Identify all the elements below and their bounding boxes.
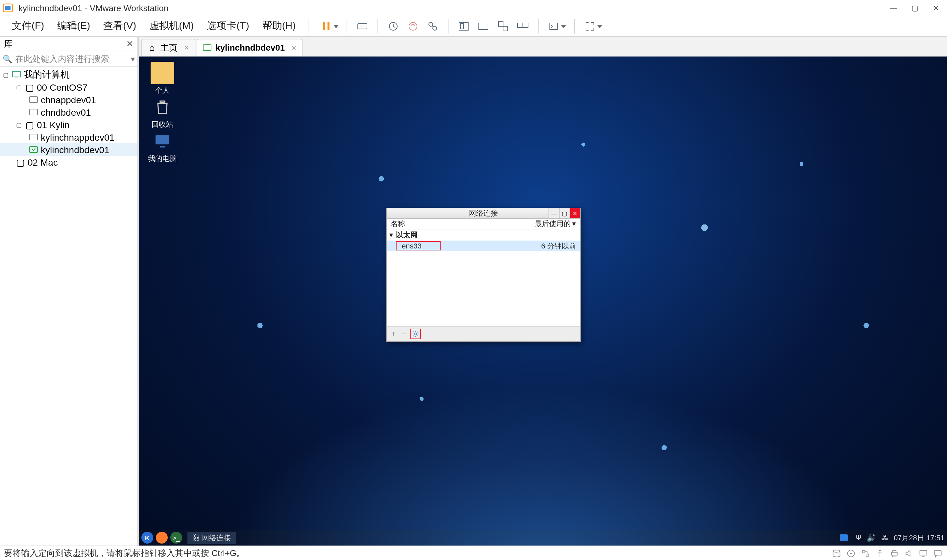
maximize-button[interactable]: ▢ [910, 3, 919, 12]
menu-view[interactable]: 查看(V) [97, 17, 143, 35]
status-messages-icon[interactable] [933, 548, 943, 558]
menu-file[interactable]: 文件(F) [5, 17, 51, 35]
tree-root-label: 我的计算机 [24, 69, 70, 80]
svg-rect-16 [550, 23, 557, 29]
menu-edit[interactable]: 编辑(E) [51, 17, 97, 35]
tree-group-kylin-label: 01 Kylin [37, 119, 70, 130]
svg-rect-4 [357, 23, 366, 29]
dialog-maximize-button[interactable]: ▢ [559, 208, 570, 218]
desktop-icon-personal[interactable]: 个人 [148, 62, 177, 95]
dialog-titlebar[interactable]: 网络连接 — ▢ ✕ [387, 208, 580, 219]
svg-rect-1 [5, 6, 11, 10]
firefox-icon[interactable] [156, 532, 168, 543]
guest-tray: Ψ 🔊 🖧 07月28日 17:51 [855, 533, 944, 543]
show-desktop-button[interactable] [839, 534, 847, 541]
network-icon: ⛓ [193, 533, 200, 541]
separator [308, 19, 308, 33]
svg-rect-19 [29, 96, 37, 102]
quick-switch-button[interactable] [546, 19, 566, 33]
send-ctrl-alt-del-button[interactable] [355, 19, 369, 33]
status-printer-icon[interactable] [889, 548, 900, 558]
unity-button[interactable] [496, 19, 510, 33]
library-search: 🔍 ▾ [0, 51, 137, 67]
guest-desktop[interactable]: 个人 回收站 我的电脑 网络连接 — ▢ ✕ [139, 57, 947, 546]
svg-rect-11 [479, 23, 488, 29]
menu-toolbar-row: 文件(F) 编辑(E) 查看(V) 虚拟机(M) 选项卡(T) 帮助(H) [0, 16, 947, 37]
menu-tabs[interactable]: 选项卡(T) [200, 17, 256, 35]
status-sound-icon[interactable] [904, 548, 914, 558]
status-hdd-icon[interactable] [831, 548, 842, 558]
tray-usb-icon[interactable]: Ψ [855, 534, 861, 542]
menu-help[interactable]: 帮助(H) [256, 17, 302, 35]
separator [537, 19, 538, 33]
column-name[interactable]: 名称 [391, 219, 535, 229]
column-last-used[interactable]: 最后使用的 ▾ [535, 219, 576, 229]
folder-icon [151, 62, 174, 84]
console-view-button[interactable] [476, 19, 490, 33]
connection-group-row[interactable]: ▾ 以太网 [387, 229, 580, 240]
search-input[interactable] [15, 54, 128, 64]
dialog-window-controls: — ▢ ✕ [548, 208, 580, 218]
tab-home[interactable]: ⌂ 主页 × [142, 39, 195, 56]
edit-connection-button[interactable] [410, 329, 421, 339]
status-cd-icon[interactable] [846, 548, 856, 558]
svg-rect-20 [29, 109, 37, 115]
status-display-icon[interactable] [918, 548, 929, 558]
network-connections-dialog[interactable]: 网络连接 — ▢ ✕ 名称 最后使用的 ▾ ▾ [386, 208, 581, 342]
menu-vm[interactable]: 虚拟机(M) [143, 17, 200, 35]
tree-vm-kylinchnappdev01[interactable]: kylinchnappdev01 [0, 131, 137, 143]
fullscreen-button[interactable] [582, 19, 602, 33]
tab-home-close[interactable]: × [184, 43, 189, 52]
tree-root[interactable]: ▢ 我的计算机 [0, 68, 137, 81]
desktop-icon-trash-label: 回收站 [148, 120, 177, 129]
dialog-title: 网络连接 [469, 208, 498, 218]
svg-point-29 [850, 552, 852, 554]
tree-vm-kylinchndbdev01[interactable]: kylinchndbdev01 [0, 143, 137, 156]
minimize-button[interactable]: — [889, 3, 898, 12]
connection-name: ens33 [396, 241, 440, 251]
host-statusbar: 要将输入定向到该虚拟机，请将鼠标指针移入其中或按 Ctrl+G。 [0, 546, 947, 560]
status-network-icon[interactable] [860, 548, 871, 558]
dialog-close-button[interactable]: ✕ [570, 208, 580, 218]
tab-strip: ⌂ 主页 × kylinchndbdev01 × [139, 37, 947, 57]
tray-network-icon[interactable]: 🖧 [881, 534, 888, 542]
dialog-minimize-button[interactable]: — [548, 208, 559, 218]
tray-volume-icon[interactable]: 🔊 [867, 533, 876, 542]
status-text: 要将输入定向到该虚拟机，请将鼠标指针移入其中或按 Ctrl+G。 [4, 547, 245, 559]
snapshot-revert-button[interactable] [405, 19, 420, 33]
tray-clock[interactable]: 07月28日 17:51 [894, 533, 944, 543]
dialog-footer: + − [387, 327, 580, 341]
close-button[interactable]: ✕ [931, 3, 941, 12]
fit-guest-button[interactable] [456, 19, 471, 33]
library-close-button[interactable]: ✕ [126, 39, 134, 49]
tab-vm-close[interactable]: × [291, 43, 296, 52]
start-menu-button[interactable]: K [142, 532, 153, 543]
power-button[interactable] [319, 19, 338, 33]
library-tree: ▢ 我的计算机 ▢ ▢ 00 CentOS7 chnappdev01 chndb… [0, 67, 137, 169]
connection-row-ens33[interactable]: ens33 6 分钟以前 [387, 240, 580, 251]
search-dropdown-icon[interactable]: ▾ [131, 54, 135, 63]
status-usb-icon[interactable] [875, 548, 885, 558]
separator [346, 19, 347, 33]
svg-point-26 [415, 333, 417, 335]
dialog-column-headers: 名称 最后使用的 ▾ [387, 219, 580, 229]
multi-monitor-button[interactable] [515, 19, 530, 33]
taskbar-app-network[interactable]: ⛓ 网络连接 [188, 531, 236, 544]
desktop-icon-trash[interactable]: 回收站 [148, 96, 177, 129]
tree-group-mac[interactable]: ▢ 02 Mac [0, 156, 137, 168]
tree-group-kylin[interactable]: ▢ ▢ 01 Kylin [0, 118, 137, 131]
terminal-icon[interactable]: >_ [170, 532, 182, 543]
tree-group-centos[interactable]: ▢ ▢ 00 CentOS7 [0, 81, 137, 93]
add-connection-button[interactable]: + [388, 329, 399, 339]
svg-rect-36 [935, 550, 941, 555]
tree-vm-chnappdev01[interactable]: chnappdev01 [0, 93, 137, 106]
desktop-icon-computer[interactable]: 我的电脑 [148, 130, 177, 164]
tree-vm-chndbdev01[interactable]: chndbdev01 [0, 106, 137, 118]
content-panel: ⌂ 主页 × kylinchndbdev01 × 个人 回收站 [138, 37, 947, 546]
tab-vm[interactable]: kylinchndbdev01 × [196, 39, 302, 56]
snapshot-take-button[interactable] [386, 19, 400, 33]
remove-connection-button[interactable]: − [399, 329, 410, 339]
search-icon: 🔍 [3, 54, 12, 63]
menubar: 文件(F) 编辑(E) 查看(V) 虚拟机(M) 选项卡(T) 帮助(H) [0, 17, 302, 35]
snapshot-manager-button[interactable] [425, 19, 440, 33]
